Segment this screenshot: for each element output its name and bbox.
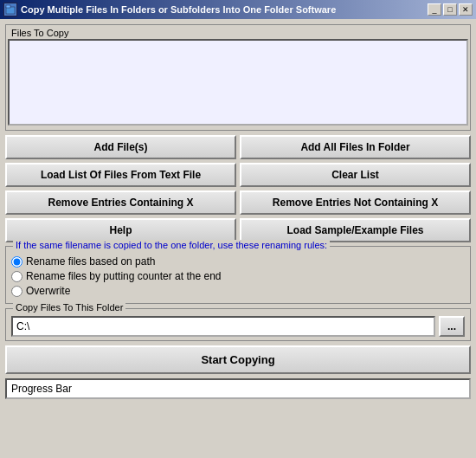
clear-list-button[interactable]: Clear List (240, 163, 471, 187)
progress-bar-label: Progress Bar (11, 383, 72, 395)
radio-path[interactable] (11, 256, 23, 268)
progress-bar: Progress Bar (5, 378, 471, 399)
browse-button[interactable]: ... (439, 316, 465, 337)
radio-option-path[interactable]: Rename files based on path (11, 255, 465, 268)
minimize-button[interactable]: _ (428, 3, 441, 16)
app-icon (3, 3, 17, 16)
help-button[interactable]: Help (5, 218, 236, 242)
maximize-button[interactable]: □ (443, 3, 457, 16)
files-textarea[interactable] (8, 39, 468, 126)
title-bar-left: Copy Multiple Files In Folders or Subfol… (3, 3, 336, 16)
remove-entries-not-containing-button[interactable]: Remove Entries Not Containing X (240, 190, 471, 215)
folder-path-input[interactable] (11, 316, 435, 337)
renaming-group: If the same filename is copied to the on… (5, 246, 471, 304)
radio-overwrite-label: Overwrite (26, 285, 70, 297)
radio-option-overwrite[interactable]: Overwrite (11, 285, 465, 297)
title-bar-controls: _ □ ✕ (428, 3, 473, 16)
load-list-button[interactable]: Load List Of Files From Text File (5, 163, 236, 187)
title-bar-text: Copy Multiple Files In Folders or Subfol… (21, 4, 336, 15)
copy-folder-title: Copy Files To This Folder (13, 302, 125, 313)
btn-row-2: Load List Of Files From Text File Clear … (5, 163, 471, 187)
renaming-group-title: If the same filename is copied to the on… (13, 240, 330, 250)
radio-counter-label: Rename files by putting counter at the e… (26, 270, 221, 282)
radio-counter[interactable] (11, 271, 23, 282)
main-content: Files To Copy Add File(s) Add All Files … (0, 19, 476, 458)
add-files-button[interactable]: Add File(s) (5, 135, 236, 159)
folder-input-row: ... (11, 316, 465, 337)
files-group-label: Files To Copy (8, 27, 468, 39)
radio-option-counter[interactable]: Rename files by putting counter at the e… (11, 270, 465, 282)
files-group: Files To Copy (5, 24, 471, 131)
btn-row-4: Help Load Sample/Example Files (5, 218, 471, 242)
load-sample-files-button[interactable]: Load Sample/Example Files (240, 218, 471, 242)
svg-rect-1 (6, 5, 10, 8)
radio-overwrite[interactable] (11, 286, 23, 297)
remove-entries-containing-button[interactable]: Remove Entries Containing X (5, 190, 236, 215)
radio-path-label: Rename files based on path (26, 255, 155, 268)
btn-row-3: Remove Entries Containing X Remove Entri… (5, 190, 471, 215)
close-button[interactable]: ✕ (459, 3, 473, 16)
add-all-files-button[interactable]: Add All Files In Folder (240, 135, 471, 159)
start-copying-button[interactable]: Start Copying (5, 345, 471, 374)
copy-folder-group: Copy Files To This Folder ... (5, 308, 471, 341)
title-bar: Copy Multiple Files In Folders or Subfol… (0, 0, 476, 19)
btn-row-1: Add File(s) Add All Files In Folder (5, 135, 471, 159)
